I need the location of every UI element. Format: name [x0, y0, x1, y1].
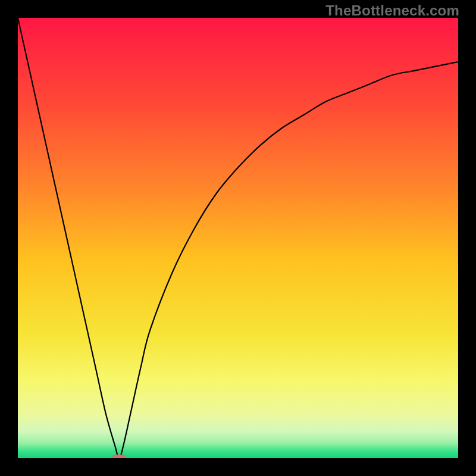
optimal-marker: [112, 455, 126, 458]
outer-frame: TheBottleneck.com: [0, 0, 476, 476]
chart-background: [18, 18, 458, 458]
bottleneck-chart: [18, 18, 458, 458]
watermark-text: TheBottleneck.com: [325, 2, 459, 19]
